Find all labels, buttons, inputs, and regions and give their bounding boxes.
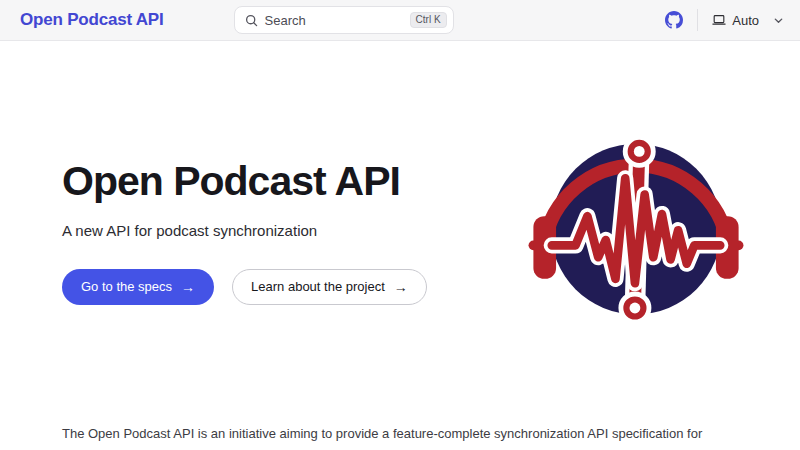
search-input[interactable]: Search Ctrl K [234, 6, 454, 34]
chevron-down-icon [773, 15, 784, 26]
hero-title: Open Podcast API [62, 159, 427, 204]
top-navbar: Open Podcast API Search Ctrl K Auto [0, 0, 800, 41]
main-content: Open Podcast API A new API for podcast s… [0, 41, 800, 450]
hero-section: Open Podcast API A new API for podcast s… [0, 41, 800, 339]
arrow-right-icon: → [394, 280, 408, 294]
github-link[interactable] [661, 7, 687, 33]
open-podcast-api-logo [528, 119, 744, 339]
search-placeholder: Search [265, 13, 410, 28]
go-to-specs-label: Go to the specs [81, 279, 172, 295]
hero-text-block: Open Podcast API A new API for podcast s… [62, 117, 427, 305]
theme-switcher[interactable]: Auto [710, 9, 786, 32]
search-shortcut-badge: Ctrl K [410, 12, 447, 28]
github-icon [665, 11, 683, 29]
go-to-specs-button[interactable]: Go to the specs → [62, 269, 214, 305]
header-divider [697, 9, 698, 31]
arrow-right-icon: → [181, 280, 195, 294]
site-title[interactable]: Open Podcast API [20, 10, 164, 30]
search-icon [245, 14, 258, 27]
laptop-icon [712, 13, 726, 27]
hero-buttons: Go to the specs → Learn about the projec… [62, 269, 427, 305]
theme-label: Auto [732, 13, 759, 28]
learn-about-project-label: Learn about the project [251, 279, 385, 295]
learn-about-project-button[interactable]: Learn about the project → [232, 269, 427, 305]
intro-paragraph: The Open Podcast API is an initiative ai… [62, 423, 738, 450]
hero-tagline: A new API for podcast synchronization [62, 222, 427, 239]
